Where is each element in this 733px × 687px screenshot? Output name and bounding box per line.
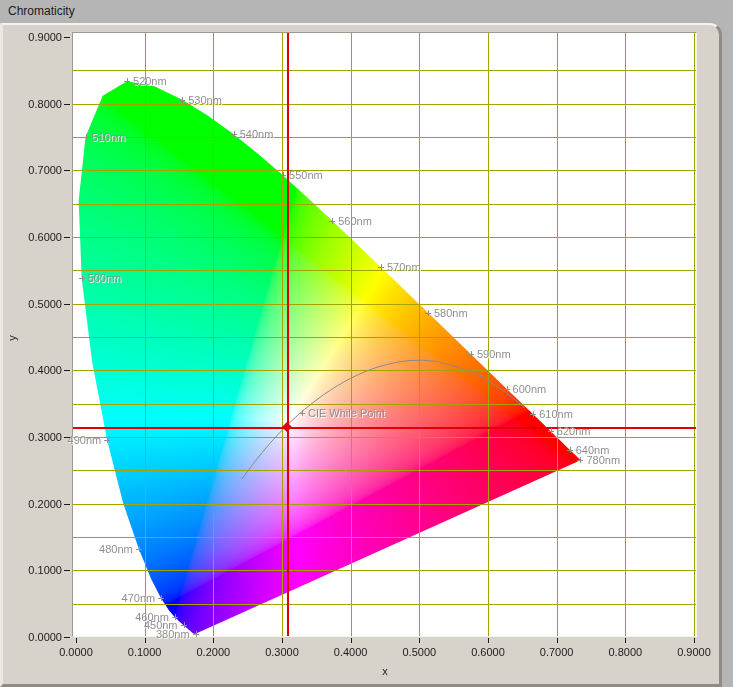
chromaticity-window: { "window": { "title": "Chromaticity" },… xyxy=(0,0,733,687)
window-title: Chromaticity xyxy=(8,4,75,18)
chromaticity-gamut-canvas xyxy=(73,33,696,636)
title-bar: Chromaticity xyxy=(0,0,733,23)
